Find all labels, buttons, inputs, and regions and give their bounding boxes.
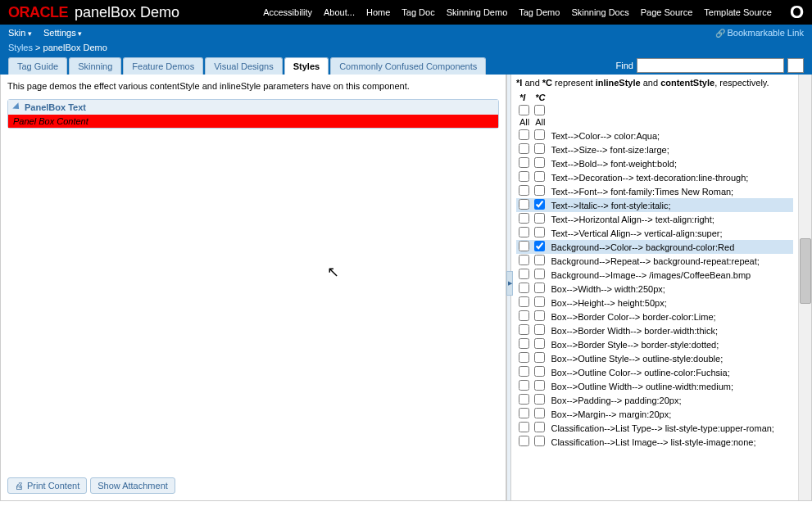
- inline-checkbox[interactable]: [519, 199, 529, 210]
- print-content-button[interactable]: 🖨Print Content: [7, 477, 87, 494]
- content-checkbox[interactable]: [534, 408, 545, 418]
- settings-dropdown[interactable]: Settings: [43, 28, 82, 38]
- breadcrumb-current: panelBox Demo: [43, 43, 107, 52]
- style-row-label: Classification-->List Type--> list-style…: [548, 421, 793, 435]
- content-checkbox[interactable]: [534, 199, 545, 210]
- inline-checkbox[interactable]: [519, 324, 529, 335]
- nav-tag-doc[interactable]: Tag Doc: [401, 7, 434, 17]
- tab-tag-guide[interactable]: Tag Guide: [8, 57, 67, 75]
- inline-checkbox[interactable]: [519, 227, 529, 237]
- inline-checkbox[interactable]: [519, 171, 529, 182]
- col-header-c: *C: [532, 91, 548, 104]
- inline-checkbox[interactable]: [519, 380, 529, 391]
- style-row: Box-->Outline Color--> outline-color:Fuc…: [516, 365, 793, 379]
- style-row: Box-->Border Color--> border-color:Lime;: [516, 310, 793, 323]
- tab-row: Tag Guide Skinning Feature Demos Visual …: [0, 57, 812, 75]
- tab-feature-demos[interactable]: Feature Demos: [123, 57, 203, 75]
- outer-scrollbar[interactable]: [798, 75, 811, 500]
- tab-commonly-confused[interactable]: Commonly Confused Components: [330, 57, 486, 75]
- content-checkbox[interactable]: [534, 296, 545, 307]
- content-checkbox[interactable]: [534, 269, 545, 279]
- skin-dropdown[interactable]: Skin: [8, 28, 32, 38]
- style-row: Box-->Outline Style--> outline-style:dou…: [516, 351, 793, 365]
- inline-checkbox[interactable]: [519, 436, 529, 446]
- nav-tag-demo[interactable]: Tag Demo: [519, 7, 560, 17]
- content-checkbox[interactable]: [534, 394, 545, 405]
- content-checkbox[interactable]: [534, 171, 545, 182]
- content-checkbox[interactable]: [534, 422, 545, 432]
- style-row-label: Box-->Height--> height:50px;: [548, 296, 793, 310]
- splitter-handle-icon[interactable]: ▶: [506, 271, 513, 296]
- inline-checkbox[interactable]: [519, 241, 529, 251]
- show-attachment-button[interactable]: Show Attachment: [90, 477, 175, 494]
- inline-checkbox[interactable]: [519, 213, 529, 224]
- find-input[interactable]: [637, 58, 784, 73]
- inline-checkbox[interactable]: [519, 296, 529, 307]
- nav-template-source[interactable]: Template Source: [704, 7, 772, 17]
- inline-checkbox[interactable]: [519, 269, 529, 279]
- content-checkbox[interactable]: [534, 241, 545, 251]
- right-panel: *I and *C represent inlineStyle and cont…: [511, 75, 798, 500]
- all-content-checkbox[interactable]: [534, 105, 545, 115]
- content-checkbox[interactable]: [534, 436, 545, 446]
- inline-checkbox[interactable]: [519, 366, 529, 377]
- style-table: *I *C All All Text-->Color--> color:Aqua…: [516, 91, 793, 449]
- nav-accessibility[interactable]: Accessibility: [263, 7, 312, 17]
- content-checkbox[interactable]: [534, 352, 545, 363]
- style-row-label: Box-->Border Color--> border-color:Lime;: [548, 310, 793, 323]
- content-checkbox[interactable]: [534, 213, 545, 224]
- nav-page-source[interactable]: Page Source: [641, 7, 693, 17]
- scrollbar-thumb[interactable]: [800, 238, 811, 304]
- nav-home[interactable]: Home: [366, 7, 390, 17]
- find-go-button[interactable]: →: [787, 58, 804, 73]
- content-checkbox[interactable]: [534, 157, 545, 168]
- print-label: Print Content: [27, 481, 79, 491]
- top-header: ORACLE panelBox Demo Accessibility About…: [0, 0, 812, 25]
- col-header-i: *I: [516, 91, 532, 104]
- inline-checkbox[interactable]: [519, 338, 529, 349]
- inline-checkbox[interactable]: [519, 352, 529, 363]
- inline-checkbox[interactable]: [519, 310, 529, 321]
- nav-about[interactable]: About...: [324, 7, 355, 17]
- breadcrumb-root[interactable]: Styles: [8, 43, 33, 52]
- all-inline-label: All: [519, 117, 529, 127]
- all-inline-checkbox[interactable]: [519, 105, 529, 115]
- inline-checkbox[interactable]: [519, 394, 529, 405]
- inline-checkbox[interactable]: [519, 422, 529, 432]
- inline-checkbox[interactable]: [519, 185, 529, 196]
- style-row-label: Box-->Padding--> padding:20px;: [548, 393, 793, 407]
- nav-skinning-demo[interactable]: Skinning Demo: [447, 7, 508, 17]
- tab-visual-designs[interactable]: Visual Designs: [205, 57, 283, 75]
- panel-box-header[interactable]: PanelBox Text: [8, 100, 498, 115]
- inline-checkbox[interactable]: [519, 157, 529, 168]
- style-row: Text-->Font--> font-family:Times New Rom…: [516, 184, 793, 198]
- inline-checkbox[interactable]: [519, 255, 529, 265]
- content-checkbox[interactable]: [534, 338, 545, 349]
- main-area: This page demos the effect various conte…: [0, 75, 812, 501]
- content-checkbox[interactable]: [534, 310, 545, 321]
- tab-styles[interactable]: Styles: [284, 57, 329, 75]
- style-row-label: Box-->Border Width--> border-width:thick…: [548, 323, 793, 337]
- content-checkbox[interactable]: [534, 143, 545, 154]
- nav-skinning-docs[interactable]: Skinning Docs: [571, 7, 628, 17]
- inline-checkbox[interactable]: [519, 283, 529, 293]
- style-row: Text-->Color--> color:Aqua;: [516, 129, 793, 142]
- content-checkbox[interactable]: [534, 129, 545, 140]
- content-checkbox[interactable]: [534, 227, 545, 237]
- style-row: Box-->Border Style--> border-style:dotte…: [516, 337, 793, 351]
- style-row: Background-->Color--> background-color:R…: [516, 240, 793, 254]
- content-checkbox[interactable]: [534, 283, 545, 293]
- bookmarkable-link[interactable]: Bookmarkable Link: [715, 28, 804, 38]
- tab-skinning[interactable]: Skinning: [69, 57, 121, 75]
- splitter[interactable]: ▶: [506, 75, 511, 500]
- inline-checkbox[interactable]: [519, 129, 529, 140]
- content-checkbox[interactable]: [534, 324, 545, 335]
- content-checkbox[interactable]: [534, 366, 545, 377]
- content-checkbox[interactable]: [534, 380, 545, 391]
- inline-checkbox[interactable]: [519, 143, 529, 154]
- content-checkbox[interactable]: [534, 185, 545, 196]
- show-label: Show Attachment: [98, 481, 168, 491]
- content-checkbox[interactable]: [534, 255, 545, 265]
- inline-checkbox[interactable]: [519, 408, 529, 418]
- find-area: Find →: [616, 58, 804, 75]
